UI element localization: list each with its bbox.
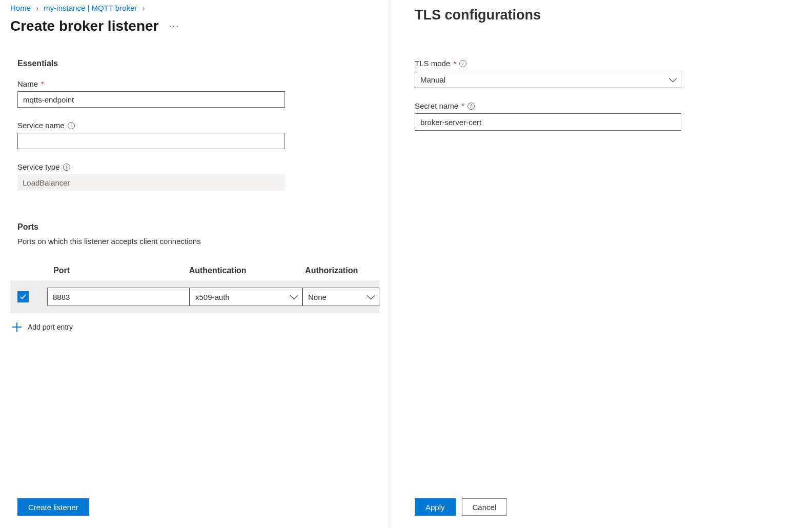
ports-header-row: Port Authentication Authorization (10, 266, 379, 275)
name-input[interactable] (17, 91, 285, 108)
port-input[interactable] (47, 288, 190, 306)
authentication-select[interactable]: x509-auth (190, 288, 302, 306)
add-port-label: Add port entry (28, 323, 73, 331)
breadcrumb-instance[interactable]: my-instance | MQTT broker (44, 4, 137, 12)
info-icon[interactable]: i (68, 122, 75, 129)
tls-mode-label: TLS mode (415, 59, 450, 68)
col-authz-header: Authorization (305, 266, 379, 275)
chevron-right-icon: › (36, 4, 38, 12)
tls-config-pane: TLS configurations TLS mode * i Manual S… (390, 0, 812, 528)
breadcrumb-home[interactable]: Home (10, 4, 31, 12)
tls-mode-select[interactable]: Manual (415, 71, 681, 88)
info-icon[interactable]: i (63, 164, 70, 171)
more-icon[interactable]: ··· (169, 21, 179, 32)
side-pane-title: TLS configurations (415, 7, 787, 23)
breadcrumb: Home › my-instance | MQTT broker › (10, 3, 379, 14)
main-pane: Home › my-instance | MQTT broker › Creat… (0, 0, 390, 528)
side-footer: Apply Cancel (415, 498, 787, 528)
authorization-value: None (308, 293, 327, 301)
chevron-right-icon: › (143, 4, 145, 12)
title-row: Create broker listener ··· (10, 18, 379, 34)
required-marker: * (41, 79, 44, 88)
secret-name-label: Secret name (415, 101, 458, 110)
name-field: Name * (17, 79, 379, 108)
tls-mode-field: TLS mode * i Manual (415, 59, 787, 88)
service-type-readonly: LoadBalancer (17, 174, 285, 191)
ports-heading: Ports (17, 222, 379, 232)
tls-mode-value: Manual (420, 75, 445, 84)
row-checkbox[interactable] (17, 291, 29, 302)
add-port-entry-button[interactable]: Add port entry (10, 322, 379, 332)
authentication-value: x509-auth (195, 293, 230, 301)
secret-name-field: Secret name * i (415, 101, 787, 131)
info-icon[interactable]: i (459, 60, 466, 67)
cancel-button[interactable]: Cancel (462, 498, 508, 516)
page-title: Create broker listener (10, 18, 158, 34)
plus-icon (12, 322, 22, 332)
service-name-label: Service name (17, 121, 65, 130)
name-label: Name (17, 79, 38, 88)
apply-button[interactable]: Apply (415, 498, 456, 516)
secret-name-input[interactable] (415, 113, 681, 131)
authorization-select[interactable]: None (302, 288, 379, 306)
required-marker: * (453, 59, 456, 68)
ports-section: Ports Ports on which this listener accep… (10, 222, 379, 332)
service-type-label: Service type (17, 163, 60, 171)
check-icon (19, 293, 27, 300)
required-marker: * (461, 101, 464, 110)
service-name-field: Service name i (17, 121, 379, 149)
info-icon[interactable]: i (468, 103, 475, 110)
table-row: x509-auth None (10, 280, 379, 313)
create-listener-button[interactable]: Create listener (17, 498, 89, 516)
col-auth-header: Authentication (189, 266, 305, 275)
col-port-header: Port (46, 266, 189, 275)
service-type-field: Service type i LoadBalancer (17, 163, 379, 191)
service-name-input[interactable] (17, 133, 285, 149)
ports-grid: Port Authentication Authorization x509-a… (10, 266, 379, 332)
essentials-heading: Essentials (17, 59, 379, 68)
essentials-section: Essentials Name * Service name i Service… (10, 59, 379, 204)
ports-description: Ports on which this listener accepts cli… (17, 237, 379, 246)
main-footer: Create listener (10, 491, 379, 528)
